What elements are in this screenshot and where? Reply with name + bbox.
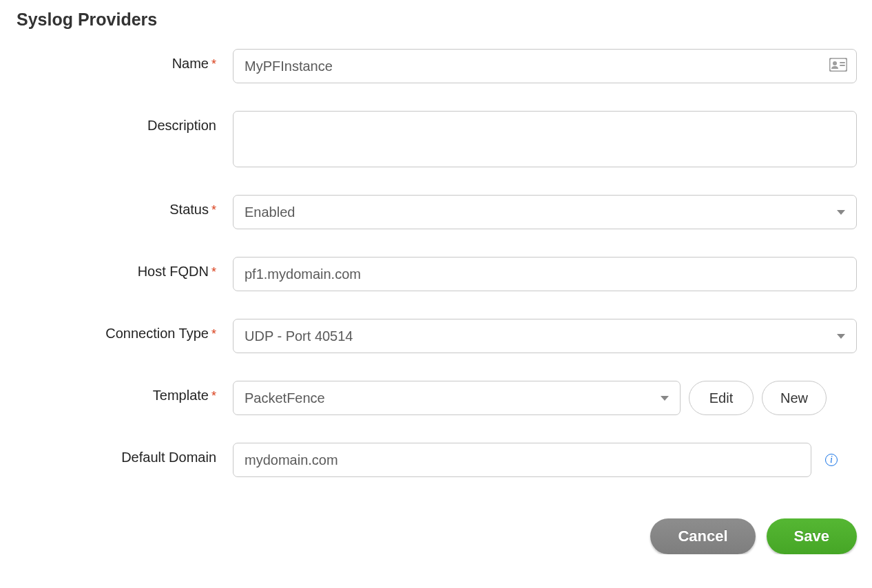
template-selected-value: PacketFence [245, 390, 325, 406]
host-fqdn-label: Host FQDN* [17, 257, 233, 280]
cancel-button[interactable]: Cancel [650, 518, 755, 554]
required-marker: * [211, 203, 216, 217]
svg-rect-3 [840, 65, 845, 66]
connection-type-selected-value: UDP - Port 40514 [245, 328, 353, 344]
status-select[interactable]: Enabled [233, 195, 857, 229]
new-template-button[interactable]: New [762, 381, 827, 415]
required-marker: * [211, 327, 216, 341]
edit-template-button[interactable]: Edit [689, 381, 754, 415]
connection-type-select[interactable]: UDP - Port 40514 [233, 319, 857, 353]
default-domain-input[interactable] [233, 443, 811, 477]
host-fqdn-input[interactable] [233, 257, 857, 291]
svg-point-1 [833, 61, 837, 65]
name-label: Name* [17, 49, 233, 72]
required-marker: * [211, 389, 216, 403]
chevron-down-icon [837, 334, 845, 339]
chevron-down-icon [837, 210, 845, 215]
save-button[interactable]: Save [767, 518, 857, 554]
required-marker: * [211, 265, 216, 279]
id-card-icon [829, 58, 847, 74]
syslog-provider-form: Name* Description Status* Enabled [17, 49, 857, 554]
form-actions: Cancel Save [17, 518, 857, 554]
name-input[interactable] [233, 49, 857, 83]
description-label: Description [17, 111, 233, 134]
status-selected-value: Enabled [245, 204, 295, 220]
description-textarea[interactable] [233, 111, 857, 167]
page-title: Syslog Providers [17, 10, 855, 30]
connection-type-label: Connection Type* [17, 319, 233, 342]
template-label: Template* [17, 381, 233, 403]
chevron-down-icon [661, 396, 669, 401]
template-select[interactable]: PacketFence [233, 381, 681, 415]
svg-rect-2 [840, 62, 845, 63]
info-icon[interactable]: i [825, 454, 838, 466]
status-label: Status* [17, 195, 233, 218]
default-domain-label: Default Domain [17, 443, 233, 465]
required-marker: * [211, 57, 216, 71]
